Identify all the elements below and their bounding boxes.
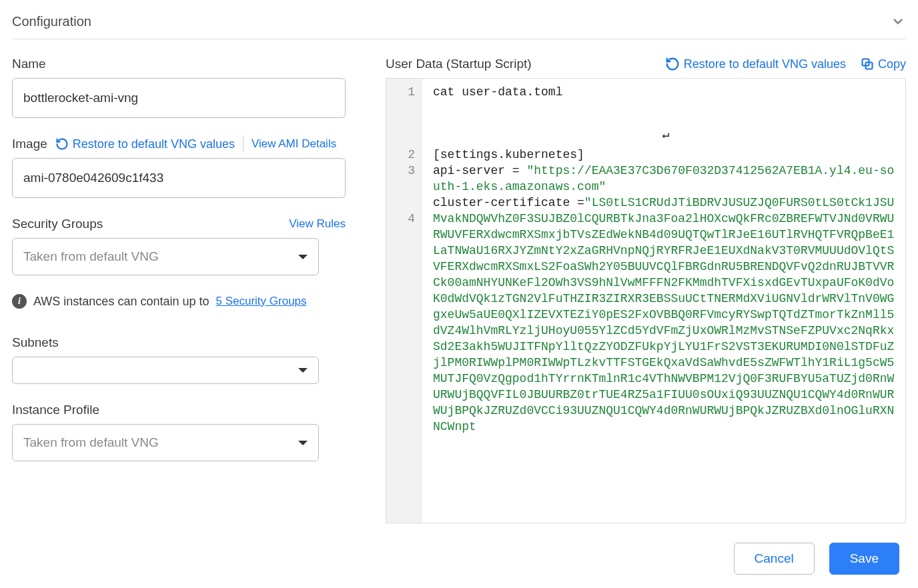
name-label: Name xyxy=(12,57,46,71)
security-groups-field: Security Groups View Rules Taken from de… xyxy=(12,217,346,275)
copy-icon xyxy=(861,57,874,71)
chevron-down-icon[interactable] xyxy=(890,13,906,29)
save-button[interactable]: Save xyxy=(829,543,899,575)
subnets-select[interactable] xyxy=(12,357,319,384)
view-rules-link[interactable]: View Rules xyxy=(289,217,346,231)
image-label: Image xyxy=(12,137,47,151)
image-input[interactable] xyxy=(12,158,346,198)
editor-code[interactable]: cat user-data.toml ↵ [settings.kubernete… xyxy=(422,79,905,523)
security-groups-value: Taken from default VNG xyxy=(23,249,159,264)
user-data-editor[interactable]: 1 2 3 4 cat user-data.toml ↵ [settings.k… xyxy=(386,78,906,523)
subnets-label: Subnets xyxy=(12,335,59,350)
rtl-marker-icon: ↵ xyxy=(433,100,899,147)
right-column: User Data (Startup Script) Restore to de… xyxy=(386,57,906,523)
cancel-button[interactable]: Cancel xyxy=(734,543,815,575)
restore-icon xyxy=(665,57,680,71)
restore-user-data-text: Restore to default VNG values xyxy=(684,57,846,71)
user-data-label: User Data (Startup Script) xyxy=(386,57,532,71)
info-icon: i xyxy=(12,294,27,309)
restore-image-text: Restore to default VNG values xyxy=(73,137,235,151)
caret-down-icon xyxy=(298,255,308,259)
security-groups-select[interactable]: Taken from default VNG xyxy=(12,238,319,275)
name-input[interactable] xyxy=(12,78,346,118)
restore-user-data-link[interactable]: Restore to default VNG values xyxy=(665,57,846,71)
caret-down-icon xyxy=(298,441,308,445)
editor-gutter: 1 2 3 4 xyxy=(386,79,422,523)
footer: Cancel Save xyxy=(0,531,918,588)
section-title: Configuration xyxy=(12,14,91,29)
restore-image-link[interactable]: Restore to default VNG values xyxy=(55,137,235,151)
instance-profile-label: Instance Profile xyxy=(12,403,99,417)
security-groups-label: Security Groups xyxy=(12,217,103,231)
view-ami-details-link[interactable]: View AMI Details xyxy=(252,137,336,151)
security-groups-limit-link[interactable]: 5 Security Groups xyxy=(215,295,306,308)
name-field: Name xyxy=(12,57,346,118)
subnets-field: Subnets xyxy=(12,335,346,384)
instance-profile-value: Taken from default VNG xyxy=(23,435,159,450)
caret-down-icon xyxy=(298,368,308,373)
section-header[interactable]: Configuration xyxy=(12,13,906,39)
security-groups-info: i AWS instances can contain up to 5 Secu… xyxy=(12,294,346,309)
info-text: AWS instances can contain up to xyxy=(33,295,209,309)
copy-user-data-button[interactable]: Copy xyxy=(861,57,906,71)
instance-profile-select[interactable]: Taken from default VNG xyxy=(12,424,319,461)
left-column: Name Image Restore to default VNG values xyxy=(12,57,346,523)
image-field: Image Restore to default VNG values View… xyxy=(12,137,346,198)
divider xyxy=(243,137,244,151)
copy-text: Copy xyxy=(878,57,906,71)
restore-icon xyxy=(55,137,69,151)
instance-profile-field: Instance Profile Taken from default VNG xyxy=(12,403,346,461)
